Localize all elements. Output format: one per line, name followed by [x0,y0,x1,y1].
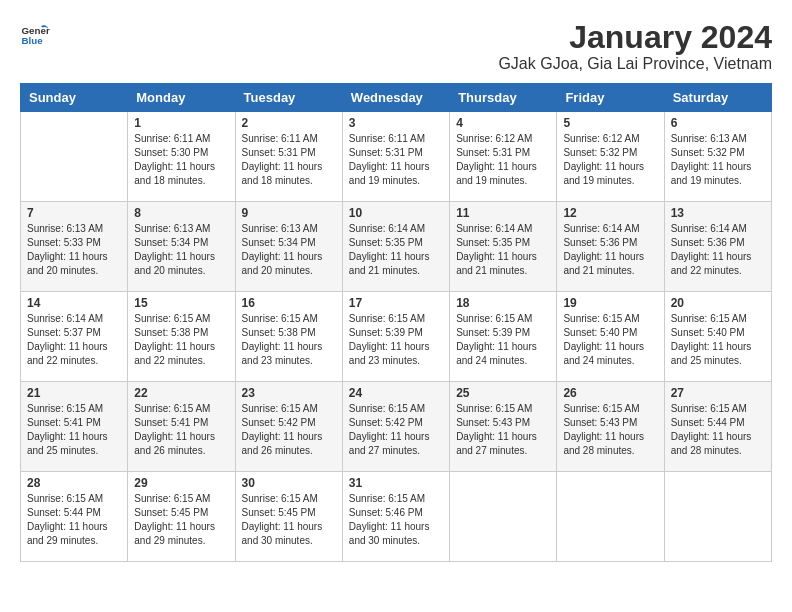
day-number: 19 [563,296,657,310]
day-info: Sunrise: 6:15 AM Sunset: 5:43 PM Dayligh… [456,402,550,458]
calendar-cell: 21Sunrise: 6:15 AM Sunset: 5:41 PM Dayli… [21,382,128,472]
day-info: Sunrise: 6:15 AM Sunset: 5:41 PM Dayligh… [27,402,121,458]
day-info: Sunrise: 6:15 AM Sunset: 5:44 PM Dayligh… [671,402,765,458]
day-number: 10 [349,206,443,220]
day-number: 14 [27,296,121,310]
page-header: General Blue January 2024 GJak GJoa, Gia… [20,20,772,73]
day-info: Sunrise: 6:15 AM Sunset: 5:40 PM Dayligh… [671,312,765,368]
day-number: 1 [134,116,228,130]
day-info: Sunrise: 6:12 AM Sunset: 5:32 PM Dayligh… [563,132,657,188]
calendar-subtitle: GJak GJoa, Gia Lai Province, Vietnam [498,55,772,73]
day-of-week-header: Saturday [664,84,771,112]
day-number: 18 [456,296,550,310]
title-block: January 2024 GJak GJoa, Gia Lai Province… [498,20,772,73]
calendar-cell: 13Sunrise: 6:14 AM Sunset: 5:36 PM Dayli… [664,202,771,292]
calendar-cell: 4Sunrise: 6:12 AM Sunset: 5:31 PM Daylig… [450,112,557,202]
calendar-table: SundayMondayTuesdayWednesdayThursdayFrid… [20,83,772,562]
calendar-title: January 2024 [498,20,772,55]
day-info: Sunrise: 6:11 AM Sunset: 5:31 PM Dayligh… [242,132,336,188]
day-number: 9 [242,206,336,220]
day-info: Sunrise: 6:15 AM Sunset: 5:38 PM Dayligh… [242,312,336,368]
day-info: Sunrise: 6:15 AM Sunset: 5:41 PM Dayligh… [134,402,228,458]
day-number: 31 [349,476,443,490]
day-info: Sunrise: 6:15 AM Sunset: 5:42 PM Dayligh… [242,402,336,458]
day-info: Sunrise: 6:14 AM Sunset: 5:37 PM Dayligh… [27,312,121,368]
day-number: 5 [563,116,657,130]
calendar-cell: 12Sunrise: 6:14 AM Sunset: 5:36 PM Dayli… [557,202,664,292]
day-number: 20 [671,296,765,310]
calendar-week-row: 28Sunrise: 6:15 AM Sunset: 5:44 PM Dayli… [21,472,772,562]
calendar-cell: 30Sunrise: 6:15 AM Sunset: 5:45 PM Dayli… [235,472,342,562]
day-of-week-header: Monday [128,84,235,112]
calendar-cell: 3Sunrise: 6:11 AM Sunset: 5:31 PM Daylig… [342,112,449,202]
day-info: Sunrise: 6:14 AM Sunset: 5:36 PM Dayligh… [563,222,657,278]
day-info: Sunrise: 6:14 AM Sunset: 5:36 PM Dayligh… [671,222,765,278]
day-number: 21 [27,386,121,400]
calendar-cell: 11Sunrise: 6:14 AM Sunset: 5:35 PM Dayli… [450,202,557,292]
day-number: 17 [349,296,443,310]
calendar-cell: 28Sunrise: 6:15 AM Sunset: 5:44 PM Dayli… [21,472,128,562]
calendar-week-row: 21Sunrise: 6:15 AM Sunset: 5:41 PM Dayli… [21,382,772,472]
calendar-cell: 10Sunrise: 6:14 AM Sunset: 5:35 PM Dayli… [342,202,449,292]
calendar-week-row: 14Sunrise: 6:14 AM Sunset: 5:37 PM Dayli… [21,292,772,382]
calendar-week-row: 7Sunrise: 6:13 AM Sunset: 5:33 PM Daylig… [21,202,772,292]
day-of-week-header: Thursday [450,84,557,112]
day-number: 22 [134,386,228,400]
calendar-cell: 31Sunrise: 6:15 AM Sunset: 5:46 PM Dayli… [342,472,449,562]
calendar-cell: 6Sunrise: 6:13 AM Sunset: 5:32 PM Daylig… [664,112,771,202]
calendar-cell: 16Sunrise: 6:15 AM Sunset: 5:38 PM Dayli… [235,292,342,382]
calendar-cell: 19Sunrise: 6:15 AM Sunset: 5:40 PM Dayli… [557,292,664,382]
calendar-cell: 9Sunrise: 6:13 AM Sunset: 5:34 PM Daylig… [235,202,342,292]
day-number: 7 [27,206,121,220]
day-number: 15 [134,296,228,310]
calendar-cell: 20Sunrise: 6:15 AM Sunset: 5:40 PM Dayli… [664,292,771,382]
day-info: Sunrise: 6:15 AM Sunset: 5:46 PM Dayligh… [349,492,443,548]
day-info: Sunrise: 6:11 AM Sunset: 5:30 PM Dayligh… [134,132,228,188]
calendar-cell: 1Sunrise: 6:11 AM Sunset: 5:30 PM Daylig… [128,112,235,202]
day-number: 12 [563,206,657,220]
day-of-week-header: Friday [557,84,664,112]
day-info: Sunrise: 6:13 AM Sunset: 5:32 PM Dayligh… [671,132,765,188]
day-info: Sunrise: 6:15 AM Sunset: 5:39 PM Dayligh… [349,312,443,368]
day-info: Sunrise: 6:15 AM Sunset: 5:40 PM Dayligh… [563,312,657,368]
day-of-week-header: Tuesday [235,84,342,112]
calendar-cell: 25Sunrise: 6:15 AM Sunset: 5:43 PM Dayli… [450,382,557,472]
calendar-cell [664,472,771,562]
day-info: Sunrise: 6:11 AM Sunset: 5:31 PM Dayligh… [349,132,443,188]
day-info: Sunrise: 6:12 AM Sunset: 5:31 PM Dayligh… [456,132,550,188]
calendar-cell: 2Sunrise: 6:11 AM Sunset: 5:31 PM Daylig… [235,112,342,202]
day-number: 2 [242,116,336,130]
day-info: Sunrise: 6:15 AM Sunset: 5:44 PM Dayligh… [27,492,121,548]
calendar-cell: 7Sunrise: 6:13 AM Sunset: 5:33 PM Daylig… [21,202,128,292]
day-info: Sunrise: 6:15 AM Sunset: 5:43 PM Dayligh… [563,402,657,458]
calendar-cell: 27Sunrise: 6:15 AM Sunset: 5:44 PM Dayli… [664,382,771,472]
logo: General Blue [20,20,50,50]
calendar-body: 1Sunrise: 6:11 AM Sunset: 5:30 PM Daylig… [21,112,772,562]
calendar-cell [21,112,128,202]
calendar-cell: 14Sunrise: 6:14 AM Sunset: 5:37 PM Dayli… [21,292,128,382]
day-number: 23 [242,386,336,400]
day-number: 8 [134,206,228,220]
day-number: 13 [671,206,765,220]
day-number: 27 [671,386,765,400]
calendar-cell: 8Sunrise: 6:13 AM Sunset: 5:34 PM Daylig… [128,202,235,292]
day-number: 11 [456,206,550,220]
calendar-cell: 15Sunrise: 6:15 AM Sunset: 5:38 PM Dayli… [128,292,235,382]
calendar-cell: 29Sunrise: 6:15 AM Sunset: 5:45 PM Dayli… [128,472,235,562]
calendar-cell: 22Sunrise: 6:15 AM Sunset: 5:41 PM Dayli… [128,382,235,472]
calendar-cell: 24Sunrise: 6:15 AM Sunset: 5:42 PM Dayli… [342,382,449,472]
day-number: 29 [134,476,228,490]
day-number: 16 [242,296,336,310]
day-number: 4 [456,116,550,130]
calendar-cell [557,472,664,562]
day-info: Sunrise: 6:15 AM Sunset: 5:42 PM Dayligh… [349,402,443,458]
day-info: Sunrise: 6:13 AM Sunset: 5:33 PM Dayligh… [27,222,121,278]
day-number: 25 [456,386,550,400]
day-info: Sunrise: 6:15 AM Sunset: 5:38 PM Dayligh… [134,312,228,368]
svg-text:Blue: Blue [22,35,44,46]
day-info: Sunrise: 6:15 AM Sunset: 5:45 PM Dayligh… [242,492,336,548]
calendar-cell: 26Sunrise: 6:15 AM Sunset: 5:43 PM Dayli… [557,382,664,472]
day-number: 3 [349,116,443,130]
day-of-week-header: Wednesday [342,84,449,112]
calendar-cell: 23Sunrise: 6:15 AM Sunset: 5:42 PM Dayli… [235,382,342,472]
